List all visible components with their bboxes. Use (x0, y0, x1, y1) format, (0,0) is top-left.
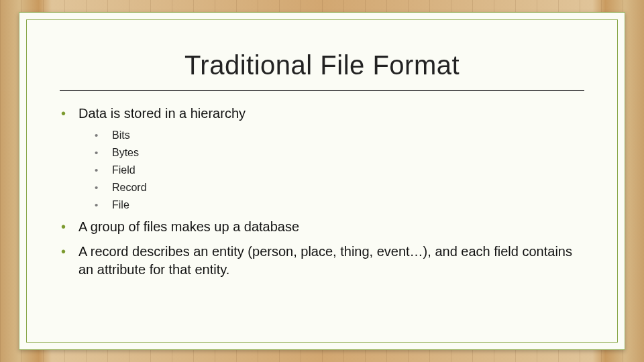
list-item: • Field (95, 164, 584, 176)
bullet-icon: • (60, 220, 78, 233)
bullet-icon: • (95, 182, 112, 192)
slide-frame: Traditional File Format • Data is stored… (19, 12, 625, 350)
sub-bullet-text: Bytes (112, 147, 139, 159)
slide-title: Traditional File Format (60, 50, 584, 80)
sub-bullet-text: File (112, 199, 129, 211)
sub-bullet-text: Record (112, 182, 147, 194)
bullet-icon: • (95, 130, 112, 140)
bullet-text: A group of files makes up a database (78, 218, 299, 236)
list-item: • Data is stored in a hierarchy • Bits •… (60, 105, 584, 211)
list-item: • A group of files makes up a database (60, 218, 584, 236)
list-item: • Record (95, 182, 584, 194)
bullet-icon: • (60, 245, 78, 258)
bullet-icon: • (95, 165, 112, 175)
bullet-icon: • (95, 147, 112, 158)
list-item: • Bytes (95, 147, 584, 159)
bullet-text: A record describes an entity (person, pl… (78, 243, 584, 279)
sub-list: • Bits • Bytes • Field • Record (95, 129, 584, 211)
bullet-list: • Data is stored in a hierarchy • Bits •… (60, 105, 584, 279)
bullet-text: Data is stored in a hierarchy (78, 105, 246, 123)
title-rule (60, 90, 584, 91)
sub-bullet-text: Bits (112, 129, 130, 141)
bullet-icon: • (95, 200, 112, 210)
slide-content: Traditional File Format • Data is stored… (26, 19, 618, 343)
list-item: • File (95, 199, 584, 211)
sub-bullet-text: Field (112, 164, 136, 176)
list-item: • Bits (95, 129, 584, 141)
bullet-icon: • (60, 107, 78, 120)
list-item: • A record describes an entity (person, … (60, 243, 584, 279)
